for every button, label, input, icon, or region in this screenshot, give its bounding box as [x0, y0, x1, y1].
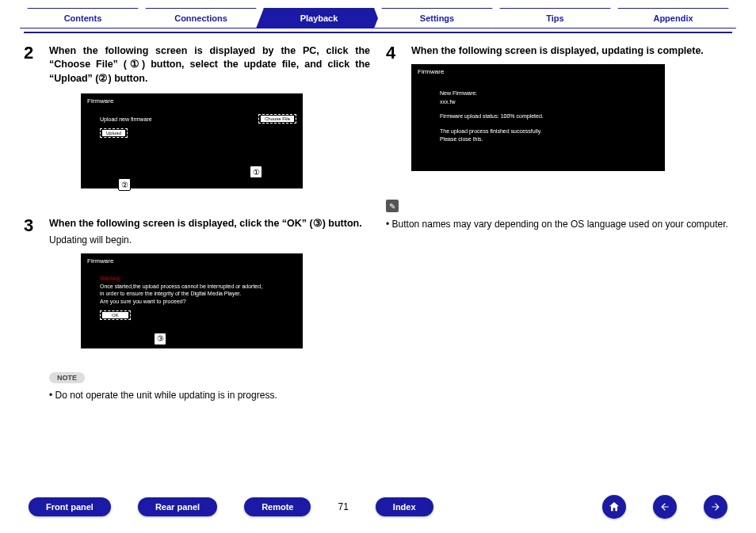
tab-playback[interactable]: Playback — [256, 8, 382, 29]
step-4-title: When the following screen is displayed, … — [411, 44, 732, 59]
tip-text: • Button names may vary depending on the… — [386, 217, 732, 231]
step-3: 3 When the following screen is displayed… — [24, 217, 370, 356]
fw-title-3: Firmware — [87, 257, 296, 265]
fw4-line4: The upload process finished successfully… — [440, 128, 659, 136]
index-button[interactable]: Index — [376, 497, 433, 516]
step-4: 4 When the following screen is displayed… — [386, 44, 732, 180]
step-2: 2 When the following screen is displayed… — [24, 44, 370, 197]
prev-button[interactable] — [653, 495, 677, 519]
step-3-title: When the following screen is displayed, … — [49, 217, 370, 231]
upload-label: Upload new firmware — [100, 116, 152, 122]
step-4-number: 4 — [386, 44, 403, 180]
warning-line-2: in order to ensure the integrity of the … — [100, 290, 296, 298]
tab-contents[interactable]: Contents — [20, 8, 146, 29]
tab-appendix[interactable]: Appendix — [610, 8, 736, 29]
tab-settings[interactable]: Settings — [374, 8, 500, 29]
fw4-line1: New Firmware: — [440, 89, 659, 98]
step-2-number: 2 — [24, 44, 41, 197]
fw4-line5: Please close this. — [440, 135, 659, 144]
front-panel-button[interactable]: Front panel — [29, 497, 111, 516]
step-3-screenshot: Firmware Warning Once started,the upload… — [81, 253, 303, 348]
top-tabs: Contents Connections Playback Settings T… — [24, 8, 732, 29]
next-button[interactable] — [704, 495, 727, 519]
tab-tips[interactable]: Tips — [492, 8, 618, 29]
note-badge: NOTE — [49, 372, 85, 383]
tab-connections[interactable]: Connections — [138, 8, 264, 29]
page-number: 71 — [338, 501, 348, 512]
step-4-screenshot: Firmware New Firmware: xxx.fw Firmware u… — [411, 64, 665, 171]
choose-file-button: Choose File — [258, 114, 296, 124]
fw-title: Firmware — [87, 97, 296, 105]
note-text: • Do not operate the unit while updating… — [49, 388, 370, 402]
remote-button[interactable]: Remote — [244, 497, 311, 516]
warning-line-3: Are you sure you want to proceed? — [100, 298, 296, 306]
upload-button: Upload — [100, 128, 128, 138]
marker-2: ② — [118, 156, 131, 191]
ok-button: OK — [100, 310, 131, 320]
marker-1: ① — [250, 143, 262, 178]
fw4-line2: xxx.fw — [440, 98, 659, 107]
step-3-number: 3 — [24, 217, 41, 356]
rear-panel-button[interactable]: Rear panel — [138, 497, 217, 516]
warning-line-1: Once started,the upload process cannot b… — [100, 283, 296, 291]
home-button[interactable] — [602, 495, 626, 519]
pencil-icon: ✎ — [386, 200, 399, 212]
bottom-nav: Front panel Rear panel Remote 71 Index — [0, 495, 756, 519]
step-2-title: When the following screen is displayed b… — [49, 44, 370, 86]
fw-title-4: Firmware — [418, 68, 659, 75]
fw4-line3: Firmware upload status: 100% completed. — [440, 112, 659, 121]
tab-underline — [24, 32, 732, 33]
step-2-screenshot: Firmware Upload new firmware Choose File… — [81, 93, 303, 188]
step-3-subtitle: Updating will begin. — [49, 234, 370, 246]
marker-3: ③ — [135, 333, 166, 345]
warning-label: Warning — [100, 276, 296, 281]
